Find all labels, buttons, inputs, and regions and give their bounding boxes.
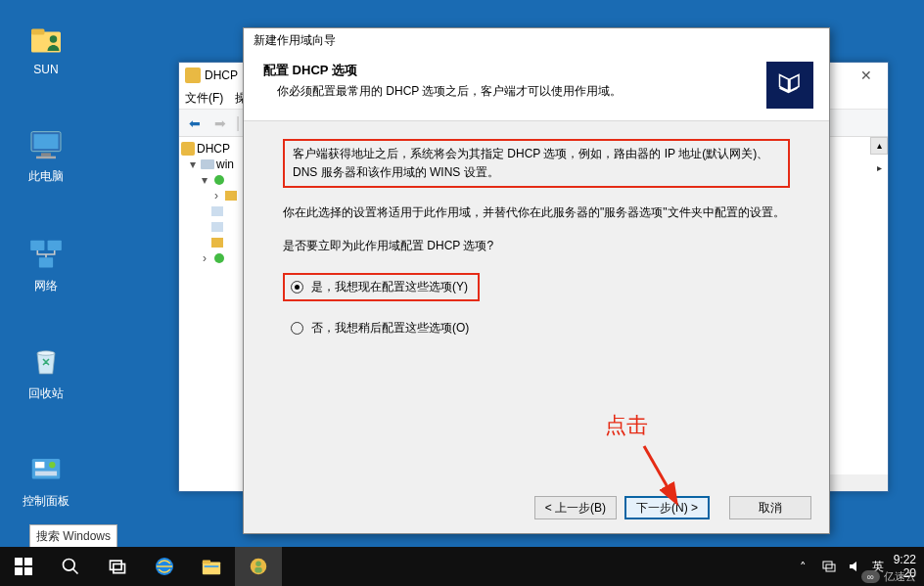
watermark: ∞ 亿速云 [861,569,916,584]
svg-rect-38 [254,567,261,573]
tree-item[interactable]: › [181,188,245,203]
svg-rect-21 [211,238,223,248]
svg-rect-4 [34,134,59,149]
tree-server[interactable]: ▾win [181,157,245,172]
tree-item[interactable] [181,235,245,250]
radio-no-label[interactable]: 否，我想稍后配置这些选项(O) [311,319,469,338]
svg-point-37 [255,562,261,567]
folder-person-icon [26,20,66,59]
tree-ipv6[interactable]: › [181,250,245,266]
tree-root[interactable]: DHCP [181,141,245,157]
svg-rect-26 [15,567,23,575]
desktop-icon-recycle-bin[interactable]: 回收站 [12,342,80,402]
tray-chevron-up-icon[interactable]: ˄ [796,559,811,574]
wizard-heading: 配置 DHCP 选项 [263,62,622,79]
desktop-icon-label: 控制面板 [12,493,80,510]
wizard-subheading: 你必须配置最常用的 DHCP 选项之后，客户端才可以使用作用域。 [277,83,622,100]
menu-file[interactable]: 文件(F) [185,90,223,107]
svg-rect-15 [181,142,195,156]
svg-point-22 [214,253,224,263]
network-icon [26,235,66,274]
dhcp-tree[interactable]: DHCP ▾win ▾ › › [179,137,248,491]
radio-yes[interactable] [291,281,303,293]
desktop-icon-label: 回收站 [12,385,80,402]
highlighted-info-box: 客户端获得地址之后，系统将会为其指定 DHCP 选项，例如，路由器的 IP 地址… [283,139,790,188]
dhcp-title-icon [185,68,201,83]
svg-line-23 [644,446,675,501]
svg-rect-20 [211,222,223,232]
svg-rect-14 [35,472,57,476]
svg-rect-5 [41,153,51,156]
desktop-icon-sun[interactable]: SUN [12,20,80,76]
dhcp-title-text: DHCP [205,68,238,82]
svg-rect-1 [31,29,45,35]
svg-rect-30 [111,561,122,569]
cancel-button[interactable]: 取消 [729,496,811,519]
taskbar-explorer[interactable] [188,547,235,586]
wizard-header: 配置 DHCP 选项 你必须配置最常用的 DHCP 选项之后，客户端才可以使用作… [244,52,829,121]
svg-rect-9 [39,257,53,267]
svg-rect-16 [201,159,214,169]
svg-point-17 [214,175,224,185]
search-button[interactable] [47,547,94,586]
radio-option-no-row: 否，我想稍后配置这些选项(O) [283,315,790,341]
radio-yes-label[interactable]: 是，我想现在配置这些选项(Y) [311,278,468,296]
desktop-icon-label: SUN [12,63,80,76]
pc-icon [26,125,66,164]
recycle-bin-icon [26,342,66,382]
svg-rect-34 [203,561,210,564]
start-button[interactable] [0,547,47,586]
svg-point-28 [64,560,75,571]
svg-rect-19 [211,206,223,216]
taskbar-ie[interactable] [141,547,188,586]
svg-rect-8 [48,241,62,250]
annotation-arrow-icon [636,440,695,518]
tray-network-icon[interactable] [821,559,837,574]
new-scope-wizard-dialog: 新建作用域向导 配置 DHCP 选项 你必须配置最常用的 DHCP 选项之后，客… [243,27,830,534]
back-button[interactable]: < 上一步(B) [534,496,617,519]
close-button[interactable]: ✕ [844,63,888,88]
scroll-up-button[interactable]: ▴ [870,137,888,155]
svg-rect-7 [30,241,44,250]
svg-rect-18 [225,191,237,201]
svg-rect-25 [24,558,32,565]
svg-rect-24 [15,558,23,565]
wizard-question: 是否要立即为此作用域配置 DHCP 选项? [283,237,790,255]
taskbar-dhcp-app[interactable] [235,547,282,586]
tray-volume-icon[interactable] [847,559,862,574]
taskbar: ˄ 英 9:22 20 [0,547,924,586]
radio-group: 是，我想现在配置这些选项(Y) 否，我想稍后配置这些选项(O) [283,269,790,341]
svg-rect-33 [203,562,220,574]
wizard-title[interactable]: 新建作用域向导 [244,28,829,52]
svg-rect-35 [205,565,219,567]
svg-point-10 [37,351,55,356]
tree-item[interactable] [181,203,245,219]
watermark-logo-icon: ∞ [861,570,880,583]
tree-item[interactable] [181,219,245,235]
svg-point-13 [49,462,55,468]
forward-icon[interactable]: ➡ [210,113,230,133]
tree-ipv4[interactable]: ▾ [181,172,245,188]
svg-rect-12 [35,462,44,468]
svg-rect-11 [32,459,61,479]
wizard-info-2: 你在此选择的设置将适用于此作用域，并替代你在此服务器的"服务器选项"文件夹中配置… [283,203,790,222]
desktop-icon-this-pc[interactable]: 此电脑 [12,125,80,185]
desktop-icon-network[interactable]: 网络 [12,235,80,294]
scroll-right-indicator[interactable]: ▸ [870,160,888,178]
task-view-button[interactable] [94,547,141,586]
search-tooltip: 搜索 Windows [29,524,117,549]
svg-rect-31 [114,564,125,573]
annotation-click-label: 点击 [605,411,648,440]
radio-option-yes-row: 是，我想现在配置这些选项(Y) [283,269,790,305]
control-panel-icon [26,450,66,489]
desktop-icon-control-panel[interactable]: 控制面板 [12,450,80,510]
wizard-body: 客户端获得地址之后，系统将会为其指定 DHCP 选项，例如，路由器的 IP 地址… [244,121,829,341]
radio-no[interactable] [291,322,303,335]
svg-rect-27 [24,567,32,575]
back-icon[interactable]: ⬅ [185,113,205,133]
svg-rect-6 [36,157,56,159]
svg-line-29 [73,569,78,574]
svg-point-2 [50,35,58,43]
wizard-info-1: 客户端获得地址之后，系统将会为其指定 DHCP 选项，例如，路由器的 IP 地址… [293,147,768,179]
desktop-icon-label: 网络 [12,278,80,294]
